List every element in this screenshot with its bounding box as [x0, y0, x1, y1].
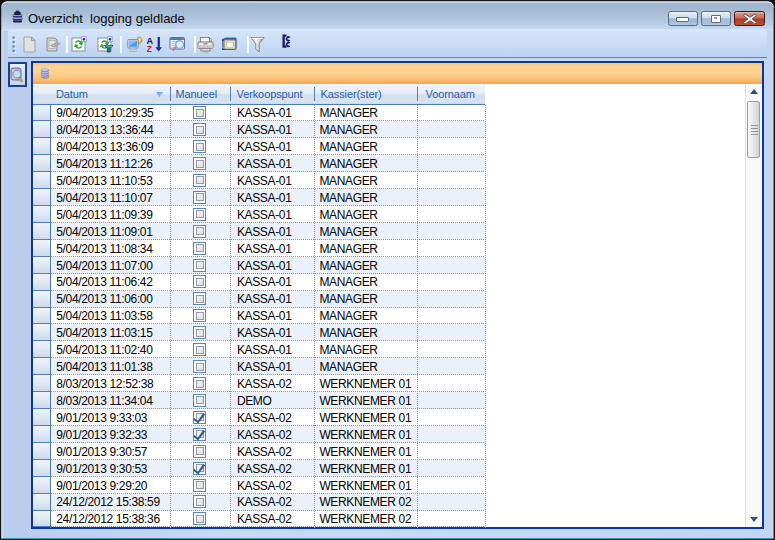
svg-text:Z: Z: [147, 44, 153, 53]
